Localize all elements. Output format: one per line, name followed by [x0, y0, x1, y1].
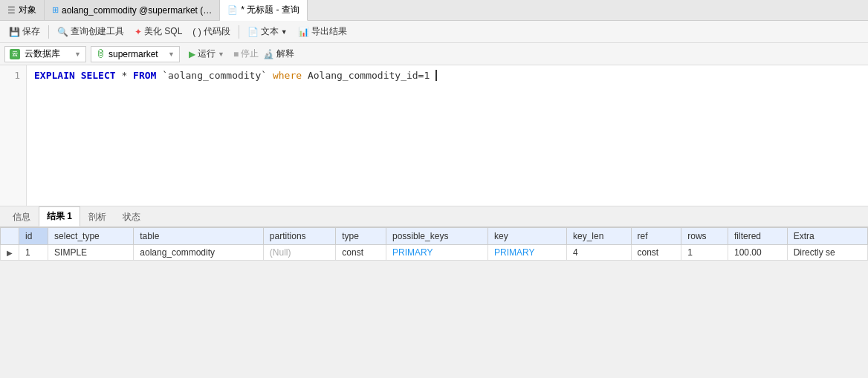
cell-table: aolang_commodity	[134, 245, 264, 261]
save-icon: 💾	[9, 27, 20, 37]
export-icon: 📊	[298, 27, 309, 37]
results-tabs: 信息 结果 1 剖析 状态	[0, 206, 868, 227]
th-possible-keys[interactable]: possible_keys	[386, 228, 488, 245]
query-builder-label: 查询创建工具	[71, 25, 124, 38]
cell-id: 1	[19, 245, 48, 261]
cloud-db-arrow-icon: ▼	[74, 50, 81, 58]
th-key-len[interactable]: key_len	[566, 228, 631, 245]
export-button[interactable]: 📊 导出结果	[294, 24, 352, 39]
stop-icon: ■	[233, 49, 239, 59]
code-segment-button[interactable]: ( ) 代码段	[188, 24, 234, 39]
th-id[interactable]: id	[19, 228, 48, 245]
cell-partitions: (Null)	[263, 245, 335, 261]
query-builder-icon: 🔍	[57, 27, 68, 37]
beautify-button[interactable]: ✦ 美化 SQL	[130, 24, 187, 39]
run-icon: ▶	[189, 49, 195, 59]
tab-query[interactable]: 📄 * 无标题 - 查询	[220, 0, 308, 21]
row-arrow-cell: ▶	[1, 245, 19, 261]
cell-type: const	[336, 245, 386, 261]
table-row: ▶ 1 SIMPLE aolang_commodity (Null) const…	[1, 245, 868, 261]
cell-possible-keys: PRIMARY	[386, 245, 488, 261]
line-number-1: 1	[6, 70, 20, 81]
beautify-icon: ✦	[135, 27, 142, 37]
stop-button[interactable]: ■ 停止	[233, 48, 259, 60]
table-name: `aolang_commodity`	[162, 70, 267, 81]
star-operator: *	[121, 70, 127, 81]
run-button[interactable]: ▶ 运行 ▼	[184, 46, 229, 62]
th-type[interactable]: type	[336, 228, 386, 245]
action-bar: 云 云数据库 ▼ 🛢 supermarket ▼ ▶ 运行 ▼ ■ 停止 🔬 解…	[0, 43, 868, 65]
run-dropdown-icon: ▼	[218, 50, 224, 58]
editor-content[interactable]: EXPLAIN SELECT * FROM `aolang_commodity`…	[27, 65, 868, 206]
tab-db-table-label: aolang_commodity @supermarket (…	[62, 5, 212, 16]
save-button[interactable]: 💾 保存	[4, 24, 45, 39]
field-name: Aolang_commodity_id=1	[308, 70, 430, 81]
db-label: supermarket	[108, 49, 158, 59]
line-numbers: 1	[0, 65, 27, 206]
db-arrow-icon: ▼	[168, 50, 175, 58]
th-partitions[interactable]: partitions	[263, 228, 335, 245]
export-label: 导出结果	[311, 25, 347, 38]
save-label: 保存	[22, 25, 40, 38]
cell-key-len: 4	[566, 245, 631, 261]
results-panel: 信息 结果 1 剖析 状态 id select_type table parti…	[0, 206, 868, 261]
query-file-icon: 📄	[227, 5, 238, 15]
th-filtered[interactable]: filtered	[728, 228, 788, 245]
cloud-db-icon: 云	[10, 49, 20, 59]
tab-status[interactable]: 状态	[114, 207, 149, 227]
result-table-container[interactable]: id select_type table partitions type pos…	[0, 227, 868, 261]
cell-key: PRIMARY	[488, 245, 566, 261]
th-select-type[interactable]: select_type	[48, 228, 134, 245]
tab-db-table[interactable]: ⊞ aolang_commodity @supermarket (…	[45, 0, 220, 20]
table-header-row: id select_type table partitions type pos…	[1, 228, 868, 245]
keyword-where: where	[273, 70, 302, 81]
explain-label: 解释	[276, 48, 294, 60]
toolbar-separator-2	[239, 25, 239, 39]
db-dropdown[interactable]: 🛢 supermarket ▼	[91, 46, 180, 62]
th-table[interactable]: table	[134, 228, 264, 245]
cursor	[430, 70, 437, 81]
explain-icon: 🔬	[263, 49, 274, 59]
tab-objects[interactable]: ☰ 对象	[0, 0, 45, 20]
toolbar-separator-1	[48, 25, 49, 39]
query-builder-button[interactable]: 🔍 查询创建工具	[53, 24, 129, 39]
th-key[interactable]: key	[488, 228, 566, 245]
tab-result1[interactable]: 结果 1	[39, 206, 80, 227]
result-table: id select_type table partitions type pos…	[0, 227, 868, 261]
code-icon: ( )	[192, 27, 201, 37]
tab-bar: ☰ 对象 ⊞ aolang_commodity @supermarket (… …	[0, 0, 868, 21]
tab-status-label: 状态	[123, 212, 140, 222]
beautify-label: 美化 SQL	[144, 25, 182, 38]
tab-info-label: 信息	[13, 212, 30, 222]
tab-result1-label: 结果 1	[47, 211, 72, 221]
th-ref[interactable]: ref	[631, 228, 681, 245]
cell-extra: Directly se	[787, 245, 867, 261]
run-label: 运行	[198, 48, 216, 60]
text-icon: 📄	[247, 27, 259, 37]
th-extra[interactable]: Extra	[787, 228, 867, 245]
keyword-select: SELECT	[81, 70, 116, 81]
row-arrow-icon: ▶	[7, 249, 13, 257]
text-label: 文本	[261, 25, 279, 38]
cloud-db-dropdown[interactable]: 云 云数据库 ▼	[4, 46, 86, 62]
tab-profile-label: 剖析	[88, 212, 106, 222]
table-icon: ⊞	[52, 5, 59, 15]
tab-query-label: * 无标题 - 查询	[241, 4, 299, 16]
cell-ref: const	[631, 245, 681, 261]
toolbar: 💾 保存 🔍 查询创建工具 ✦ 美化 SQL ( ) 代码段 📄 文本 ▼ 📊 …	[0, 21, 868, 43]
editor-area: 1 EXPLAIN SELECT * FROM `aolang_commodit…	[0, 65, 868, 206]
keyword-explain: EXPLAIN	[34, 70, 75, 81]
text-button[interactable]: 📄 文本 ▼	[243, 24, 292, 39]
th-indicator	[1, 228, 19, 245]
cloud-db-label: 云数据库	[25, 48, 60, 60]
stop-label: 停止	[241, 48, 259, 60]
cell-select-type: SIMPLE	[48, 245, 134, 261]
tab-info[interactable]: 信息	[4, 207, 39, 227]
th-rows[interactable]: rows	[681, 228, 728, 245]
tab-objects-label: 对象	[19, 4, 36, 16]
tab-profile[interactable]: 剖析	[80, 207, 114, 227]
list-icon: ☰	[7, 5, 16, 16]
text-dropdown-icon: ▼	[281, 28, 288, 36]
keyword-from: FROM	[133, 70, 156, 81]
explain-button[interactable]: 🔬 解释	[263, 48, 294, 60]
